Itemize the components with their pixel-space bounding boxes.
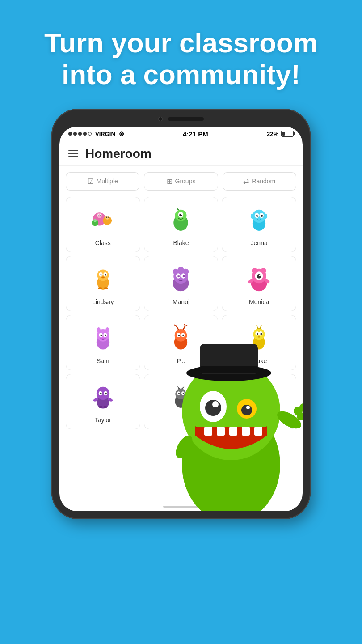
avatar-blake1 — [165, 204, 197, 236]
svg-point-90 — [97, 387, 109, 400]
student-card-class[interactable]: Class — [66, 197, 140, 252]
svg-point-5 — [100, 215, 101, 216]
svg-point-98 — [103, 406, 107, 408]
status-left: VIRGIN ⊜ — [68, 130, 124, 137]
avatar-lindsay — [87, 263, 118, 295]
multiple-icon: ☑ — [88, 177, 94, 186]
signal-dots — [68, 132, 92, 136]
student-card-blake1[interactable]: Blake — [144, 197, 219, 252]
svg-point-30 — [262, 215, 263, 216]
students-grid: Class — [59, 197, 303, 436]
avatar-monica — [244, 263, 275, 295]
avatar-jenna — [244, 204, 275, 236]
groups-label: Groups — [175, 178, 196, 185]
signal-dot-5 — [88, 132, 92, 136]
svg-point-24 — [264, 214, 267, 219]
battery-percent: 22% — [267, 131, 278, 137]
groups-icon: ⊞ — [167, 177, 173, 186]
svg-point-23 — [251, 214, 254, 219]
student-card-lindsay[interactable]: Lindsay — [66, 256, 140, 311]
svg-point-37 — [101, 274, 102, 275]
home-indicator — [59, 502, 303, 511]
random-icon: ⇄ — [243, 177, 249, 186]
student-card-monica[interactable]: Monica — [222, 256, 296, 311]
student-name-blake1: Blake — [173, 239, 189, 246]
status-bar: VIRGIN ⊜ 4:21 PM 22% — [59, 127, 303, 141]
svg-point-69 — [175, 329, 187, 342]
phone-top-bar — [59, 117, 303, 121]
svg-point-39 — [98, 287, 102, 289]
avatar-class — [87, 204, 118, 236]
signal-dot-3 — [78, 132, 82, 136]
svg-point-130 — [173, 432, 196, 460]
student-card-jenna[interactable]: Jenna — [222, 197, 296, 252]
svg-marker-20 — [177, 208, 180, 211]
svg-marker-82 — [256, 325, 259, 329]
student-card-manoj[interactable]: Manoj — [144, 256, 219, 311]
svg-line-71 — [174, 325, 177, 326]
student-card-extra1[interactable] — [144, 374, 219, 429]
svg-point-32 — [97, 269, 109, 281]
signal-dot-1 — [68, 132, 72, 136]
random-label: Random — [252, 178, 275, 185]
svg-point-103 — [178, 393, 180, 394]
svg-point-48 — [178, 275, 180, 277]
svg-point-63 — [105, 327, 109, 332]
svg-point-93 — [100, 393, 101, 394]
svg-point-19 — [181, 214, 182, 215]
svg-line-70 — [177, 326, 179, 330]
hamburger-line-1 — [68, 150, 78, 152]
svg-point-7 — [105, 216, 109, 220]
student-name-lindsay: Lindsay — [92, 298, 114, 305]
svg-point-9 — [107, 217, 108, 218]
battery-fill — [282, 132, 285, 136]
svg-point-97 — [99, 406, 102, 408]
svg-point-66 — [100, 335, 102, 336]
svg-point-44 — [178, 267, 185, 274]
svg-point-27 — [256, 215, 258, 217]
svg-point-40 — [104, 287, 108, 289]
signal-dot-2 — [73, 132, 77, 136]
svg-point-3 — [98, 215, 99, 216]
student-name-taylor: Taylor — [95, 416, 111, 424]
groups-button[interactable]: ⊞ Groups — [144, 172, 218, 191]
menu-button[interactable] — [68, 150, 78, 157]
battery-icon — [281, 131, 294, 137]
multiple-label: Multiple — [97, 178, 118, 185]
student-card-sam[interactable]: Sam — [66, 315, 140, 370]
svg-point-87 — [261, 333, 262, 335]
avatar-manoj — [165, 263, 197, 295]
svg-line-74 — [185, 325, 188, 326]
home-bar — [163, 506, 199, 508]
student-card-blake2[interactable]: Blake — [222, 315, 296, 370]
svg-marker-106 — [182, 386, 185, 389]
svg-point-108 — [253, 397, 264, 408]
hamburger-line-2 — [68, 153, 78, 154]
front-camera — [158, 117, 163, 121]
avatar-p — [165, 322, 197, 354]
status-right: 22% — [267, 131, 294, 137]
phone-outer: VIRGIN ⊜ 4:21 PM 22% Homeroom — [51, 109, 311, 519]
avatar-extra2 — [244, 381, 275, 413]
random-button[interactable]: ⇄ Random — [223, 172, 296, 191]
student-name-blake2: Blake — [251, 357, 267, 364]
svg-point-12 — [94, 220, 95, 220]
svg-point-100 — [176, 389, 186, 399]
hero-section: Turn your classroom into a community! — [0, 0, 362, 104]
multiple-button[interactable]: ☑ Multiple — [66, 172, 139, 191]
svg-point-38 — [101, 276, 105, 278]
student-name-manoj: Manoj — [173, 298, 189, 305]
student-card-p[interactable]: P... — [144, 315, 219, 370]
svg-point-62 — [97, 327, 101, 332]
svg-point-86 — [257, 333, 258, 335]
svg-point-67 — [105, 335, 106, 336]
student-card-extra2[interactable] — [222, 374, 296, 429]
svg-point-112 — [261, 394, 262, 395]
svg-marker-83 — [259, 325, 262, 329]
app-title: Homeroom — [85, 147, 152, 161]
wifi-icon: ⊜ — [119, 130, 124, 137]
time-display: 4:21 PM — [183, 130, 208, 138]
student-card-taylor[interactable]: Taylor — [66, 374, 140, 429]
avatar-extra1 — [165, 381, 197, 413]
signal-dot-4 — [83, 132, 87, 136]
